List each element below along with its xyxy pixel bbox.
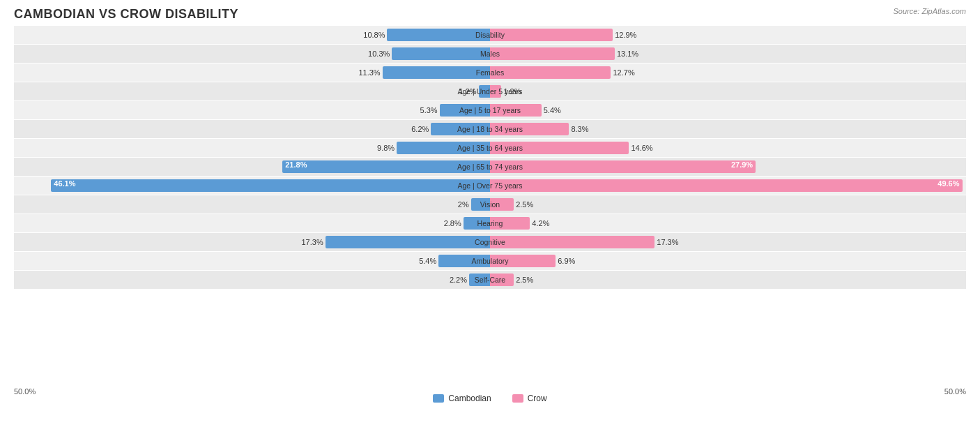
axis-right: 50.0% <box>944 387 966 407</box>
blue-bar <box>392 47 490 60</box>
right-value: 8.3% <box>569 125 588 133</box>
left-value: 46.1% <box>54 179 75 188</box>
pink-bar <box>490 274 514 286</box>
left-value: 9.8% <box>377 144 397 152</box>
table-row: 10.8%12.9%Disability <box>14 26 966 44</box>
right-value: 14.6% <box>629 144 652 152</box>
left-value: 5.3% <box>420 106 440 114</box>
blue-bar <box>431 123 490 135</box>
right-value: 2.5% <box>514 200 533 209</box>
left-value: 1.2% <box>459 87 479 96</box>
legend-crow-label: Crow <box>528 394 547 403</box>
table-row: 9.8%14.6%Age | 35 to 64 years <box>14 139 966 157</box>
blue-bar <box>440 104 490 117</box>
right-value: 12.7% <box>611 68 634 77</box>
left-value: 2% <box>458 200 471 209</box>
right-value: 5.4% <box>542 106 561 114</box>
right-value: 13.1% <box>615 50 638 58</box>
table-row: 21.8%27.9%Age | 65 to 74 years <box>14 158 966 176</box>
blue-bar <box>469 274 490 286</box>
left-value: 21.8% <box>285 160 307 169</box>
table-row: 2.2%2.5%Self-Care <box>14 271 966 289</box>
blue-bar <box>479 85 490 98</box>
axis-left: 50.0% <box>14 387 36 407</box>
table-row: 17.3%17.3%Cognitive <box>14 233 966 251</box>
pink-bar: 27.9% <box>490 160 756 173</box>
pink-bar <box>490 85 501 98</box>
blue-bar <box>397 142 490 154</box>
table-row: 2.8%4.2%Hearing <box>14 214 966 232</box>
blue-bar <box>438 255 490 267</box>
table-row: 6.2%8.3%Age | 18 to 34 years <box>14 120 966 138</box>
bars-area: 10.8%12.9%Disability10.3%13.1%Males11.3%… <box>14 26 966 386</box>
table-row: 10.3%13.1%Males <box>14 45 966 63</box>
table-row: 1.2%1.2%Age | Under 5 years <box>14 82 966 100</box>
blue-bar <box>464 217 490 230</box>
pink-bar: 49.6% <box>490 179 963 192</box>
right-value: 4.2% <box>530 219 549 227</box>
left-value: 10.8% <box>363 31 387 39</box>
legend-cambodian-box <box>433 394 444 403</box>
right-value: 27.9% <box>731 160 753 169</box>
right-value: 1.2% <box>501 87 521 96</box>
pink-bar <box>490 29 613 41</box>
pink-bar <box>490 123 569 135</box>
axis-labels: 50.0% Cambodian Crow 50.0% <box>14 387 966 407</box>
right-value: 6.9% <box>556 257 575 265</box>
left-value: 11.3% <box>358 68 382 77</box>
pink-bar <box>490 66 611 79</box>
pink-bar <box>490 104 542 117</box>
right-value: 49.6% <box>937 179 959 188</box>
pink-bar <box>490 198 514 211</box>
right-value: 12.9% <box>613 31 636 39</box>
left-value: 17.3% <box>301 238 325 246</box>
pink-bar <box>490 217 530 230</box>
pink-bar <box>490 236 654 248</box>
blue-bar <box>383 66 490 79</box>
chart-container: CAMBODIAN VS CROW DISABILITY Source: Zip… <box>0 0 980 427</box>
table-row: 11.3%12.7%Females <box>14 63 966 82</box>
pink-bar <box>490 47 615 60</box>
left-value: 2.2% <box>450 276 469 284</box>
table-row: 5.4%6.9%Ambulatory <box>14 252 966 270</box>
left-value: 2.8% <box>444 219 464 227</box>
legend-cambodian: Cambodian <box>433 394 491 403</box>
blue-bar <box>471 198 490 211</box>
table-row: 2%2.5%Vision <box>14 195 966 214</box>
left-value: 6.2% <box>411 125 431 133</box>
pink-bar <box>490 255 556 267</box>
legend-cambodian-label: Cambodian <box>448 394 491 403</box>
blue-bar <box>387 29 490 41</box>
pink-bar <box>490 142 629 154</box>
left-value: 5.4% <box>419 257 438 265</box>
blue-bar <box>326 236 490 248</box>
left-value: 10.3% <box>368 50 392 58</box>
table-row: 5.3%5.4%Age | 5 to 17 years <box>14 101 966 119</box>
source-text: Source: ZipAtlas.com <box>893 7 966 15</box>
blue-bar: 21.8% <box>282 160 490 173</box>
right-value: 17.3% <box>654 238 678 246</box>
table-row: 46.1%49.6%Age | Over 75 years <box>14 177 966 195</box>
chart-title: CAMBODIAN VS CROW DISABILITY <box>14 7 966 22</box>
legend: Cambodian Crow <box>433 390 546 407</box>
right-value: 2.5% <box>514 276 533 284</box>
blue-bar: 46.1% <box>51 179 490 192</box>
legend-crow: Crow <box>512 394 547 403</box>
legend-crow-box <box>512 394 523 403</box>
